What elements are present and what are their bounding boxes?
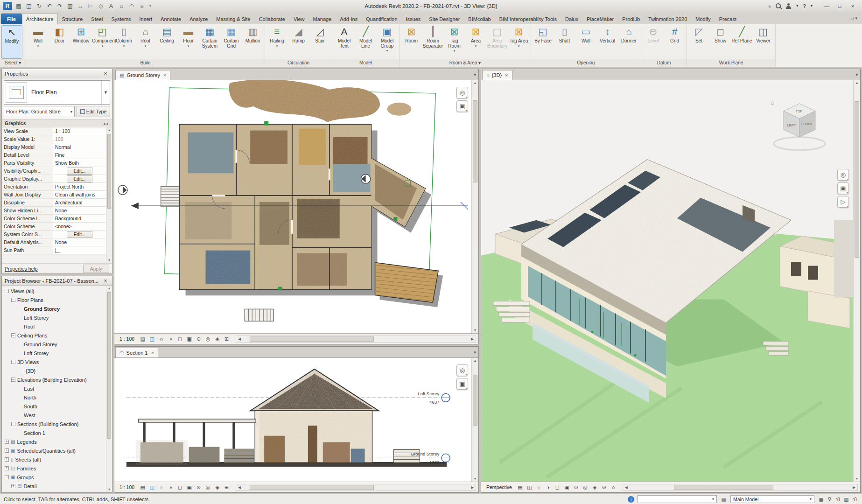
edit-button[interactable]: Edit... (67, 175, 93, 182)
browser-scrollbar[interactable]: ▲ ▼ (106, 286, 112, 492)
zoom-icon[interactable]: ▣▾ (837, 182, 849, 194)
reveal-hidden-icon[interactable]: ◎ (581, 483, 590, 491)
tree-expander-icon[interactable]: − (11, 333, 15, 337)
scroll-right-icon[interactable]: ▶ (851, 485, 857, 490)
aligned-dimension-icon[interactable]: ⊢ (85, 1, 96, 11)
wall-button[interactable]: ▭Wall (575, 25, 596, 59)
plan-canvas[interactable]: ◎▾ ▣▾ ▲ ▼ (114, 80, 478, 333)
ribbon-tab-steel[interactable]: Steel (87, 14, 107, 24)
reveal-constraints-icon[interactable]: ⊞ (222, 483, 231, 491)
ribbon-tab-massing-site[interactable]: Massing & Site (212, 14, 254, 24)
tab-ground-storey[interactable]: ▤ Ground Storey × (115, 70, 170, 80)
panel-label-opening[interactable]: Opening (531, 59, 641, 67)
tree-item-section-1[interactable]: Section 1 (2, 428, 105, 437)
graphics-section-header[interactable]: Graphics ▴▴ (2, 119, 112, 127)
tree-item-sheets-all[interactable]: +▯Sheets (all) (2, 455, 105, 464)
tree-item-schedules-quantities-all[interactable]: +▦Schedules/Quantities (all) (2, 446, 105, 455)
tree-item-ceiling-plans[interactable]: −Ceiling Plans (2, 331, 105, 340)
home-view-icon[interactable]: ⌂ (609, 483, 618, 491)
panel-label-room-area[interactable]: Room & Area ▾ (399, 59, 531, 67)
tree-expander-icon[interactable]: − (11, 298, 15, 302)
panel-label-model[interactable]: Model (332, 59, 399, 67)
properties-scrollbar[interactable]: ▲ ▼ (106, 127, 112, 263)
shadows-icon[interactable]: ◑ (166, 483, 175, 491)
active-workset-select[interactable]: ▾ (638, 495, 717, 503)
detail-level-icon[interactable]: ▤ (138, 483, 147, 491)
reveal-hidden-icon[interactable]: ◎ (203, 335, 212, 343)
ribbon-tab-insert[interactable]: Insert (135, 14, 157, 24)
qat-customize-icon[interactable]: ▾ (149, 4, 151, 8)
properties-help-link[interactable]: Properties help (5, 266, 38, 272)
minimize-button[interactable]: — (820, 1, 833, 11)
home-icon[interactable]: ⌂ (771, 99, 774, 106)
scroll-up-icon[interactable]: ▲ (108, 286, 111, 291)
room-button[interactable]: ⊠Room (401, 25, 422, 59)
component-button[interactable]: ◰Component▾ (92, 25, 113, 59)
scroll-up-icon[interactable]: ▲ (108, 127, 111, 133)
tree-expander-icon[interactable]: + (5, 457, 9, 462)
scroll-up-icon[interactable]: ▲ (474, 358, 477, 364)
thin-lines-icon[interactable]: ≡ (137, 1, 147, 11)
roof-button[interactable]: ⌂Roof▾ (135, 25, 156, 59)
model-group-button[interactable]: ▣Model Group▾ (377, 25, 398, 59)
temporary-view-properties-icon[interactable]: ◈ (213, 335, 222, 343)
collapse-section-icon[interactable]: ▴▴ (104, 121, 109, 126)
sign-in-dropdown-icon[interactable]: ▾ (796, 4, 798, 8)
section-canvas[interactable]: Loft Storey 4637 Ground Storey 1300 ◎▾ ▣… (114, 357, 478, 482)
set-button[interactable]: ◸Set (688, 25, 709, 59)
orbit-icon[interactable]: ▷▾ (837, 196, 849, 208)
tree-item-3d-views[interactable]: −3D Views (2, 357, 105, 366)
tree-item-families[interactable]: +◫Families (2, 464, 105, 473)
three-d-vertical-scrollbar[interactable]: ▲ ▼ (853, 80, 860, 482)
show-crop-icon[interactable]: ◻ (553, 483, 562, 491)
visual-style-icon[interactable]: ◫ (147, 335, 156, 343)
tree-item-south[interactable]: South (2, 402, 105, 411)
tag-room-button[interactable]: ⊠Tag Room▾ (444, 25, 465, 59)
tree-item-loft-storey[interactable]: Loft Storey (2, 313, 105, 322)
show-crop-icon[interactable]: ◻ (175, 483, 184, 491)
crop-view-icon[interactable]: ▣ (562, 483, 571, 491)
tree-item-west[interactable]: West (2, 411, 105, 420)
scroll-down-icon[interactable]: ▼ (108, 258, 111, 263)
close-view-icon[interactable]: × (163, 72, 166, 78)
ribbon-tab-placemaker[interactable]: PlaceMaker (582, 14, 618, 24)
steering-wheel-icon[interactable]: ◎▾ (837, 169, 849, 181)
scroll-left-icon[interactable]: ◀ (623, 485, 630, 490)
view-selector-combo[interactable]: Floor Plan: Ground Store ▾ (4, 106, 75, 117)
ribbon-tab-issues[interactable]: Issues (402, 14, 425, 24)
mullion-button[interactable]: ▥Mullion (242, 25, 263, 59)
section-vertical-scrollbar[interactable]: ▲ ▼ (471, 358, 478, 482)
section-icon[interactable]: ◠ (126, 1, 137, 11)
worksets-icon[interactable]: ▦ (818, 496, 825, 503)
close-button[interactable]: × (846, 1, 859, 11)
perspective-button[interactable]: Perspective (484, 484, 515, 490)
design-option-select[interactable]: Main Model ▾ (730, 495, 814, 503)
measure-icon[interactable]: ↔ (75, 1, 85, 11)
show-button[interactable]: ◻Show (710, 25, 731, 59)
plan-horizontal-scrollbar[interactable]: ◀ ▶ (236, 336, 476, 343)
tree-expander-icon[interactable]: − (5, 475, 9, 479)
three-d-horizontal-scrollbar[interactable]: ◀ ▶ (623, 484, 858, 491)
sync-icon[interactable]: ↻ (34, 1, 44, 11)
viewer-button[interactable]: ◫Viewer (753, 25, 774, 59)
stair-button[interactable]: ◿Stair (309, 25, 330, 59)
show-crop-icon[interactable]: ◻ (175, 335, 184, 343)
revit-logo-icon[interactable]: R (3, 2, 12, 10)
tree-expander-icon[interactable]: − (11, 378, 15, 382)
scroll-left-icon[interactable]: ◀ (236, 485, 243, 490)
scroll-up-icon[interactable]: ▲ (474, 80, 477, 86)
ribbon-tab-annotate[interactable]: Annotate (156, 14, 185, 24)
tree-expander-icon[interactable]: + (11, 484, 15, 488)
railing-button[interactable]: ≡Railing▾ (266, 25, 287, 59)
ribbon-options-icon[interactable]: ◻ ▾ (851, 16, 858, 21)
steering-wheel-icon[interactable]: ◎▾ (456, 87, 468, 98)
temporary-hide-icon[interactable]: ⊙ (194, 483, 203, 491)
help-dropdown-icon[interactable]: ▾ (811, 4, 813, 8)
door-button[interactable]: ◧Door (49, 25, 70, 59)
filter-icon[interactable]: ∇ (826, 496, 833, 503)
visual-style-icon[interactable]: ◫ (525, 483, 534, 491)
help-icon[interactable]: ? (803, 3, 806, 9)
tree-expander-icon[interactable]: + (5, 448, 9, 453)
selection-count[interactable]: :0 (851, 496, 858, 503)
temporary-hide-icon[interactable]: ⊙ (572, 483, 581, 491)
